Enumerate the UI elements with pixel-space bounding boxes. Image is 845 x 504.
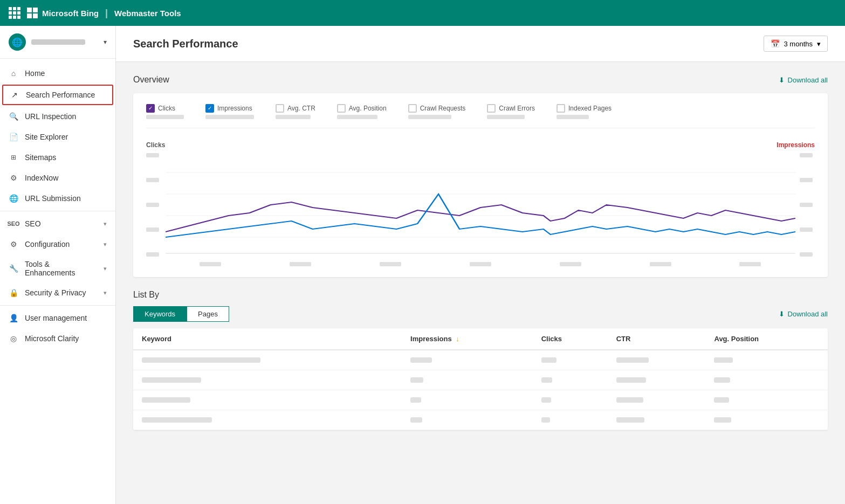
sitemap-icon: ⊞ — [9, 153, 18, 162]
apps-grid-icon[interactable] — [9, 7, 20, 19]
chart-container: Clicks Impressions — [146, 141, 815, 266]
sidebar-nav: ⌂ Home ↗ Search Performance 🔍 URL Inspec… — [0, 59, 115, 353]
sidebar-item-configuration[interactable]: ⚙ Configuration ▾ — [0, 234, 115, 254]
metric-avg-ctr[interactable]: Avg. CTR — [276, 104, 315, 119]
document-icon: 📄 — [9, 132, 18, 142]
sidebar-item-label: Sitemaps — [25, 153, 107, 162]
list-by-header: List By — [133, 290, 828, 300]
ctr-cell — [608, 390, 706, 410]
sidebar-item-sitemaps[interactable]: ⊞ Sitemaps — [0, 147, 115, 168]
sidebar-item-search-performance[interactable]: ↗ Search Performance — [2, 85, 113, 105]
overview-title: Overview — [133, 75, 169, 85]
list-by-section: List By Keywords Pages ⬇ Download all — [116, 290, 845, 443]
clicks-cell — [533, 350, 608, 370]
sidebar-item-seo[interactable]: SEO SEO ▾ — [0, 213, 115, 234]
col-ctr: CTR — [608, 328, 706, 350]
clicks-cell — [533, 370, 608, 390]
sidebar-item-security-privacy[interactable]: 🔒 Security & Privacy ▾ — [0, 282, 115, 303]
impressions-cell — [402, 390, 533, 410]
globe-icon: 🌐 — [9, 194, 18, 203]
page-header: Search Performance 📅 3 months ▾ — [116, 26, 845, 62]
position-cell — [705, 370, 828, 390]
data-table: Keyword Impressions ↓ Clicks CTR — [133, 328, 828, 430]
sidebar-item-url-inspection[interactable]: 🔍 URL Inspection — [0, 106, 115, 127]
sidebar-item-tools-enhancements[interactable]: 🔧 Tools & Enhancements ▾ — [0, 254, 115, 282]
ctr-cell — [608, 350, 706, 370]
table-header: Keyword Impressions ↓ Clicks CTR — [133, 328, 828, 350]
crawl-requests-checkbox[interactable] — [408, 104, 417, 113]
sidebar-item-indexnow[interactable]: ⚙ IndexNow — [0, 168, 115, 188]
metric-clicks[interactable]: Clicks — [146, 104, 184, 119]
home-icon: ⌂ — [9, 68, 18, 78]
impressions-cell — [402, 350, 533, 370]
tab-group: Keywords Pages — [133, 306, 229, 322]
chart-labels-row: Clicks Impressions — [146, 141, 815, 149]
metric-impressions[interactable]: Impressions — [205, 104, 254, 119]
tab-keywords[interactable]: Keywords — [133, 306, 187, 322]
sidebar-item-label: SEO — [25, 219, 97, 228]
download-all-label: Download all — [788, 76, 828, 84]
product-name: Webmaster Tools — [114, 9, 181, 18]
clicks-value-bar — [146, 115, 184, 119]
sidebar-item-label: IndexNow — [25, 174, 107, 182]
date-filter-button[interactable]: 📅 3 months ▾ — [764, 36, 828, 52]
avg-ctr-checkbox[interactable] — [276, 104, 284, 113]
security-icon: 🔒 — [9, 288, 18, 298]
date-filter-chevron-icon: ▾ — [817, 40, 821, 48]
avg-position-value-bar — [337, 115, 377, 119]
impressions-value-bar — [205, 115, 254, 119]
page-title: Search Performance — [133, 38, 238, 50]
chevron-down-icon: ▾ — [104, 289, 107, 296]
seo-icon: SEO — [9, 219, 18, 229]
trend-icon: ↗ — [10, 90, 19, 100]
sidebar-item-home[interactable]: ⌂ Home — [0, 63, 115, 84]
metric-indexed-pages[interactable]: Indexed Pages — [557, 104, 612, 119]
chart-card: Clicks Impressions — [133, 93, 828, 277]
metric-crawl-errors[interactable]: Crawl Errors — [487, 104, 535, 119]
clarity-icon: ◎ — [9, 334, 18, 343]
site-selector[interactable]: 🌐 ▾ — [0, 26, 115, 59]
keyword-cell — [133, 390, 402, 410]
indexed-pages-value-bar — [557, 115, 589, 119]
brand-name: Microsoft Bing — [42, 9, 99, 18]
avg-position-checkbox[interactable] — [337, 104, 346, 113]
col-impressions[interactable]: Impressions ↓ — [402, 328, 533, 350]
indexed-pages-checkbox[interactable] — [557, 104, 565, 113]
download-all-list-button[interactable]: ⬇ Download all — [779, 310, 828, 318]
sidebar-item-label: Search Performance — [26, 91, 106, 99]
table-row — [133, 370, 828, 390]
sidebar-item-user-management[interactable]: 👤 User management — [0, 308, 115, 328]
line-chart — [166, 151, 795, 259]
download-all-button[interactable]: ⬇ Download all — [779, 76, 828, 84]
impressions-checkbox[interactable] — [205, 104, 214, 113]
sidebar-item-label: URL Submission — [25, 194, 107, 203]
keyword-cell — [133, 410, 402, 430]
sidebar-item-site-explorer[interactable]: 📄 Site Explorer — [0, 127, 115, 147]
crawl-requests-value-bar — [408, 115, 451, 119]
metric-avg-position[interactable]: Avg. Position — [337, 104, 387, 119]
impressions-cell — [402, 370, 533, 390]
download-icon: ⬇ — [779, 76, 785, 84]
impressions-cell — [402, 410, 533, 430]
ctr-cell — [608, 410, 706, 430]
sidebar-item-url-submission[interactable]: 🌐 URL Submission — [0, 188, 115, 209]
clicks-checkbox[interactable] — [146, 104, 155, 113]
crawl-errors-checkbox[interactable] — [487, 104, 496, 113]
tab-pages[interactable]: Pages — [187, 306, 229, 322]
table-body — [133, 350, 828, 430]
metric-crawl-requests[interactable]: Crawl Requests — [408, 104, 466, 119]
calendar-icon: 📅 — [771, 39, 780, 48]
clicks-cell — [533, 410, 608, 430]
overview-section: Overview ⬇ Download all Clicks — [116, 62, 845, 290]
main-layout: 🌐 ▾ ⌂ Home ↗ Search Performance 🔍 URL In… — [0, 26, 845, 504]
keyword-cell — [133, 350, 402, 370]
y-axis-left — [146, 151, 161, 259]
position-cell — [705, 390, 828, 410]
sidebar-item-label: Configuration — [25, 240, 97, 248]
crawl-errors-value-bar — [487, 115, 525, 119]
chart-svg — [166, 151, 795, 259]
download-all-list-label: Download all — [788, 310, 828, 318]
topbar-divider: | — [105, 8, 108, 19]
sidebar-item-microsoft-clarity[interactable]: ◎ Microsoft Clarity — [0, 328, 115, 349]
chart-right-label: Impressions — [777, 141, 815, 149]
